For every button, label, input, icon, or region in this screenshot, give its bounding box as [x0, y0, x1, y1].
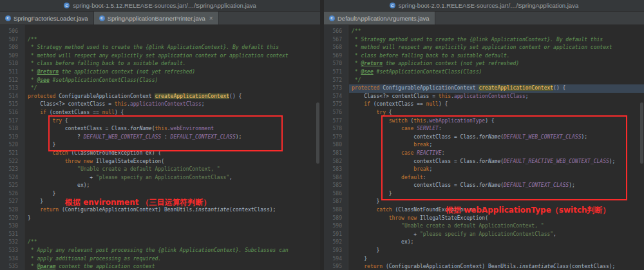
line-number[interactable]: 575 — [324, 101, 348, 109]
code-line: protected ConfigurableApplicationContext… — [349, 84, 644, 93]
line-number[interactable]: 592 — [324, 238, 348, 247]
line-number[interactable]: 529 — [0, 215, 24, 223]
code-token: this — [115, 101, 127, 107]
code-line: try { — [349, 109, 644, 117]
line-number[interactable]: 515 — [0, 101, 24, 109]
line-number[interactable]: 588 — [324, 206, 348, 215]
code-token — [352, 175, 401, 180]
code-token: createApplicationContext — [478, 85, 553, 91]
line-number[interactable]: 516 — [0, 109, 24, 117]
line-number[interactable]: 587 — [324, 198, 348, 206]
code-line: + "please specify an ApplicationContextC… — [25, 174, 320, 182]
line-number[interactable]: 568 — [324, 44, 348, 52]
line-number[interactable]: 571 — [324, 68, 348, 77]
code-token: catch — [53, 150, 68, 156]
line-number[interactable]: 583 — [324, 166, 348, 174]
close-icon[interactable]: × — [209, 15, 213, 22]
line-number[interactable]: 582 — [324, 158, 348, 166]
code-token: protected — [352, 85, 379, 91]
editor[interactable]: 5665675685695705715725735745755765775785… — [324, 25, 644, 270]
line-number[interactable]: 535 — [0, 263, 24, 270]
line-number[interactable]: 527 — [0, 198, 24, 206]
window-title-bar: C spring-boot-2.0.1.RELEASE-sources.jar!… — [324, 0, 644, 12]
line-number[interactable]: 508 — [0, 44, 24, 52]
code-token: @return — [361, 61, 383, 66]
line-number[interactable]: 531 — [0, 231, 24, 239]
line-number[interactable]: 510 — [0, 60, 24, 68]
line-number[interactable]: 513 — [0, 84, 24, 93]
line-number[interactable]: 567 — [324, 36, 348, 44]
line-number[interactable]: 579 — [324, 133, 348, 142]
line-number[interactable]: 533 — [0, 247, 24, 255]
code-area[interactable]: /** * Strategy method used to create the… — [349, 25, 644, 270]
scrollbar-thumb[interactable] — [316, 102, 319, 164]
tab-bar: CDefaultApplicationArguments.java — [324, 12, 644, 25]
line-number[interactable]: 518 — [0, 125, 24, 133]
code-line: * @see #setApplicationContextClass(Class… — [349, 68, 644, 77]
code-token — [28, 150, 53, 156]
code-token: + — [28, 175, 96, 180]
code-token: , — [553, 231, 556, 237]
code-line: } — [349, 247, 644, 255]
line-number[interactable]: 580 — [324, 141, 348, 149]
line-number[interactable]: 528 — [0, 206, 24, 215]
code-line: * Strategy method used to create the {@l… — [25, 44, 320, 52]
editor-tab[interactable]: CDefaultApplicationArguments.java — [324, 12, 435, 24]
code-token: null — [426, 101, 439, 107]
line-number[interactable]: 594 — [324, 255, 348, 264]
line-number[interactable]: 534 — [0, 255, 24, 264]
code-token: forName — [478, 182, 500, 188]
line-number[interactable]: 578 — [324, 125, 348, 133]
code-token: { — [62, 118, 68, 124]
line-number[interactable]: 511 — [0, 68, 24, 77]
line-number[interactable]: 595 — [324, 263, 348, 270]
line-number[interactable]: 532 — [0, 238, 24, 247]
line-number[interactable]: 569 — [324, 52, 348, 61]
line-number[interactable]: 506 — [0, 28, 24, 36]
line-number[interactable]: 581 — [324, 149, 348, 158]
line-number[interactable]: 524 — [0, 174, 24, 182]
file-path-title: spring-boot-1.5.12.RELEASE-sources.jar!/… — [73, 2, 256, 9]
line-number[interactable]: 570 — [324, 60, 348, 68]
editor[interactable]: 5065075085095105115125135145155165175185… — [0, 25, 320, 270]
line-number[interactable]: 512 — [0, 77, 24, 85]
line-number[interactable]: 522 — [0, 158, 24, 166]
line-number[interactable]: 509 — [0, 52, 24, 61]
code-token: "please specify an ApplicationContextCla… — [420, 231, 553, 237]
line-number[interactable]: 589 — [324, 215, 348, 223]
line-number[interactable]: 521 — [0, 149, 24, 158]
gutter[interactable]: 5065075085095105115125135145155165175185… — [0, 25, 24, 270]
line-number[interactable]: 517 — [0, 117, 24, 126]
code-token: ) { — [439, 101, 448, 107]
line-number[interactable]: 577 — [324, 117, 348, 126]
line-number[interactable]: 576 — [324, 109, 348, 117]
line-number[interactable]: 525 — [0, 182, 24, 190]
line-number[interactable]: 526 — [0, 190, 24, 198]
code-area[interactable]: /** * Strategy method used to create the… — [25, 25, 320, 270]
line-number[interactable]: 507 — [0, 36, 24, 44]
line-number[interactable]: 572 — [324, 77, 348, 85]
line-number[interactable]: 573 — [324, 84, 348, 93]
line-number[interactable]: 523 — [0, 166, 24, 174]
code-token: Class<?> contextClass = — [352, 93, 439, 99]
editor-tab[interactable]: CSpringApplicationBannerPrinter.java× — [94, 12, 219, 24]
code-token: } — [28, 142, 55, 148]
line-number[interactable]: 591 — [324, 231, 348, 239]
gutter[interactable]: 5665675685695705715725735745755765775785… — [324, 25, 348, 270]
line-number[interactable]: 566 — [324, 28, 348, 36]
line-number[interactable]: 519 — [0, 133, 24, 142]
code-token — [28, 159, 65, 164]
line-number[interactable]: 593 — [324, 247, 348, 255]
line-number[interactable]: 590 — [324, 222, 348, 231]
code-line: * @return the application context (not y… — [25, 68, 320, 77]
line-number[interactable]: 574 — [324, 93, 348, 101]
line-number[interactable]: 530 — [0, 222, 24, 231]
scrollbar-thumb[interactable] — [640, 102, 643, 164]
line-number[interactable]: 585 — [324, 182, 348, 190]
editor-tab[interactable]: CSpringFactoriesLoader.java — [0, 12, 94, 24]
line-number[interactable]: 584 — [324, 174, 348, 182]
line-number[interactable]: 514 — [0, 93, 24, 101]
line-number[interactable]: 586 — [324, 190, 348, 198]
line-number[interactable]: 520 — [0, 141, 24, 149]
code-line: /** — [25, 238, 320, 247]
